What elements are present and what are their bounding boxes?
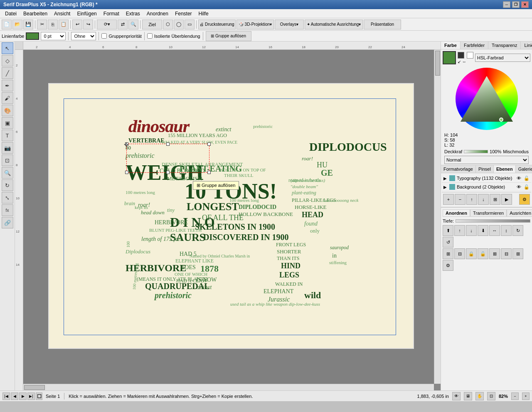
add-page-button[interactable]: 🔲	[36, 392, 42, 400]
arrange-forward-button[interactable]: ↑	[454, 225, 465, 236]
pen-tool[interactable]: ✒	[2, 80, 13, 91]
zoom-button[interactable]: 🔍	[128, 20, 138, 29]
layer-options-button[interactable]: ▶	[501, 194, 512, 205]
menu-datei[interactable]: Datei	[2, 10, 20, 17]
photo-tool[interactable]: 📷	[2, 142, 13, 154]
shape2-button[interactable]: ◯	[174, 20, 184, 29]
vertical-scrollbar[interactable]	[434, 50, 441, 384]
arrange-front-button[interactable]: ⬆	[443, 225, 453, 236]
mirror-button[interactable]: ⇄	[118, 20, 128, 29]
layer-typography[interactable]: ▶ Typography (1132 Objekte) 👁 🔓	[442, 174, 531, 183]
fill-tool[interactable]: ▣	[2, 117, 13, 129]
arrange-align-button[interactable]: ⊞	[489, 248, 500, 259]
open-button[interactable]: 📂	[12, 20, 22, 29]
context-tooltip[interactable]: Gruppe auflösen	[193, 181, 239, 190]
new-button[interactable]: 📄	[2, 20, 12, 29]
background-color[interactable]	[467, 52, 473, 59]
rotate-button[interactable]: ⟳▾	[97, 20, 117, 29]
layer-add-button[interactable]: +	[443, 194, 454, 205]
fill-type-select[interactable]: Ohne	[71, 32, 96, 40]
color-cursor[interactable]	[499, 118, 503, 122]
color-wheel-container[interactable]	[441, 66, 532, 132]
node-tool[interactable]: ◇	[2, 55, 13, 66]
prev-page-button[interactable]: ◀	[11, 392, 18, 400]
cut-button[interactable]: ✂	[37, 20, 47, 29]
horizontal-scrollbar[interactable]	[23, 384, 434, 390]
zoom-tool[interactable]: 🔍	[2, 167, 13, 179]
blend-select[interactable]: Normal Multiply Screen	[444, 156, 529, 164]
overlays-button[interactable]: Overlays▾	[275, 20, 304, 29]
layer-lock-icon[interactable]: 🔓	[524, 176, 530, 181]
fx-tool[interactable]: fx	[2, 204, 13, 216]
color-swatch[interactable]	[443, 51, 456, 64]
shape1-button[interactable]: ⬡	[163, 20, 173, 29]
select-tool[interactable]: ↖	[2, 42, 13, 54]
gruppe-aufloesen-button[interactable]: ⊞ Gruppe auflösen	[206, 31, 251, 41]
redo-button[interactable]: ↪	[83, 20, 93, 29]
menu-fenster[interactable]: Fenster	[172, 10, 195, 17]
gruppenprioritat-checkbox[interactable]	[101, 33, 107, 39]
layer-expand-icon2[interactable]: ▶	[443, 185, 448, 189]
3d-projection-button[interactable]: 🎲 3D-Projektion▾	[236, 20, 274, 29]
color-wheel[interactable]	[456, 68, 518, 130]
next-page-button[interactable]: ▶	[19, 392, 27, 400]
brush-tool[interactable]: 🖌	[2, 92, 13, 104]
menu-ansicht[interactable]: Ansicht	[51, 10, 74, 17]
zoom-out-button[interactable]: −	[511, 392, 519, 400]
shape3-button[interactable]: ▭	[185, 20, 195, 29]
tab-farbe[interactable]: Farbe	[441, 42, 461, 49]
tab-transparenz[interactable]: Transparenz	[488, 42, 521, 49]
tab-ebenen[interactable]: Ebenen	[494, 165, 516, 173]
tab-pinsel[interactable]: Pinsel	[476, 165, 494, 173]
window-controls[interactable]: ─ ❐ ✕	[503, 1, 529, 8]
arrange-ungroup-button[interactable]: ⊟	[454, 248, 465, 259]
arrange-flipv-button[interactable]: ↕	[501, 225, 512, 236]
arrange-rotatecw-button[interactable]: ↻	[512, 225, 523, 236]
copy-button[interactable]: ⎘	[48, 20, 58, 29]
color-mode-select[interactable]: HSL-Farbrad RGB CMYK	[475, 54, 530, 62]
status-view-icon[interactable]: 🖥	[464, 392, 472, 400]
tab-galerie[interactable]: Galerie	[516, 165, 532, 173]
tab-transformieren[interactable]: Transformieren	[470, 209, 507, 217]
menu-format[interactable]: Format	[100, 10, 123, 17]
status-snap-icon[interactable]: ⊡	[487, 392, 495, 400]
restore-button[interactable]: ❐	[512, 1, 520, 8]
line-width-select[interactable]: 0 pt	[41, 32, 66, 40]
save-button[interactable]: 💾	[23, 20, 33, 29]
opacity-slider[interactable]	[464, 150, 488, 153]
arrange-distribute-button[interactable]: ⊟	[501, 248, 512, 259]
layer-delete-button[interactable]: −	[455, 194, 466, 205]
arrange-grid-button[interactable]: ⊞	[512, 248, 523, 259]
depth-slider[interactable]	[456, 219, 530, 223]
canvas-content[interactable]: dinosaur VERTEBRAE 80 prehistoric 155 MI…	[23, 50, 434, 384]
line-tool[interactable]: ╱	[2, 67, 13, 79]
arrange-back-button[interactable]: ⬇	[478, 225, 488, 236]
layer-eye-icon[interactable]: 👁	[515, 176, 522, 181]
close-button[interactable]: ✕	[521, 1, 529, 8]
layer-up-button[interactable]: ↑	[466, 194, 477, 205]
arrange-backward-button[interactable]: ↓	[466, 225, 477, 236]
tab-farbfelder[interactable]: Farbfelder	[461, 42, 488, 49]
tab-anordnen[interactable]: Anordnen	[443, 209, 470, 217]
menu-extras[interactable]: Extras	[123, 10, 143, 17]
first-page-button[interactable]: |◀	[2, 392, 10, 400]
layer-background[interactable]: ▶ Background (2 Objekte) 👁 🔓	[442, 183, 531, 191]
arrange-group-button[interactable]: ⊞	[443, 248, 453, 259]
layer-expand-icon[interactable]: ▶	[443, 176, 448, 181]
rotate-tool[interactable]: ↻	[2, 179, 13, 191]
last-page-button[interactable]: ▶|	[27, 392, 35, 400]
menu-bearbeiten[interactable]: Bearbeiten	[20, 10, 51, 17]
undo-button[interactable]: ↩	[72, 20, 82, 29]
arrange-extra-button[interactable]: ⚙	[443, 260, 453, 271]
connector-tool[interactable]: 🔗	[2, 217, 13, 228]
layer-down-button[interactable]: ↓	[478, 194, 489, 205]
layer-lock-icon2[interactable]: 🔓	[524, 184, 530, 190]
status-eye-icon[interactable]: 👁	[452, 392, 461, 400]
auto-align-button[interactable]: ✦ Automatische Ausrichtung▾	[305, 20, 363, 29]
menu-hilfe[interactable]: Hilfe	[195, 10, 212, 17]
foreground-color[interactable]	[458, 52, 464, 59]
paint-tool[interactable]: 🎨	[2, 105, 13, 116]
text-tool[interactable]: T	[2, 130, 13, 141]
page-inner[interactable]: dinosaur VERTEBRAE 80 prehistoric 155 MI…	[64, 98, 396, 335]
arrange-fliph-button[interactable]: ↔	[489, 225, 500, 236]
